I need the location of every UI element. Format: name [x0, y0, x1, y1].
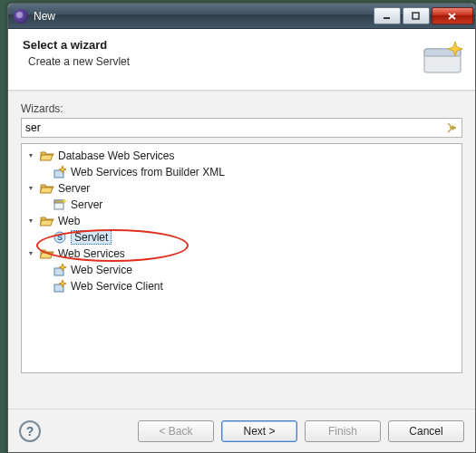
- wizard-tree[interactable]: Database Web ServicesWeb Services from B…: [21, 143, 462, 373]
- tree-item[interactable]: Web Service Client: [22, 278, 461, 294]
- server-icon: [53, 198, 67, 212]
- eclipse-icon: [14, 9, 28, 24]
- svg-rect-1: [413, 13, 419, 19]
- tree-category[interactable]: Web: [22, 213, 461, 229]
- tree-item-label: Web Services: [58, 247, 125, 260]
- dialog-window: New Select a wizard Create a new Servlet…: [7, 3, 476, 453]
- wizard-ws-icon: [53, 263, 67, 277]
- banner-subtitle: Create a new Servlet: [28, 55, 462, 68]
- wizard-ws-icon: [53, 279, 67, 294]
- filter-label: Wizards:: [21, 102, 462, 115]
- tree-item-label: Web: [58, 215, 80, 227]
- help-button[interactable]: ?: [19, 420, 41, 442]
- tree-item[interactable]: SServlet: [22, 229, 461, 246]
- back-button[interactable]: < Back: [138, 420, 214, 442]
- banner-title: Select a wizard: [23, 38, 462, 52]
- tree-item-label: Database Web Services: [58, 149, 175, 162]
- svg-text:S: S: [57, 233, 63, 242]
- expander-icon[interactable]: [27, 216, 38, 226]
- tree-category[interactable]: Database Web Services: [22, 148, 461, 164]
- wizard-body: Wizards: Database Web ServicesWeb Servic…: [8, 91, 475, 409]
- wizard-banner: Select a wizard Create a new Servlet: [8, 29, 475, 91]
- close-button[interactable]: [432, 7, 473, 24]
- tree-item-label: Web Service Client: [71, 280, 163, 293]
- expander-icon[interactable]: [27, 183, 38, 194]
- tree-item-label: Servlet: [71, 230, 112, 245]
- clear-filter-icon[interactable]: [444, 120, 459, 135]
- folder-open-icon: [40, 214, 54, 228]
- tree-category[interactable]: Server: [22, 180, 461, 197]
- expander-icon[interactable]: [27, 150, 38, 161]
- finish-button[interactable]: Finish: [305, 420, 381, 442]
- minimize-button[interactable]: [374, 7, 401, 24]
- folder-open-icon: [40, 181, 54, 196]
- tree-item-label: Server: [58, 182, 90, 195]
- tree-item[interactable]: Web Services from Builder XML: [22, 164, 461, 180]
- tree-item-label: Web Service: [71, 264, 132, 276]
- expander-icon[interactable]: [27, 248, 38, 259]
- filter-input[interactable]: [21, 118, 462, 138]
- tree-item-label: Web Services from Builder XML: [71, 166, 225, 178]
- titlebar[interactable]: New: [8, 4, 475, 29]
- button-bar: ? < Back Next > Finish Cancel: [8, 409, 475, 452]
- window-controls: [372, 7, 473, 24]
- wizard-ws-icon: [53, 165, 67, 179]
- tree-item[interactable]: Web Service: [22, 262, 461, 278]
- servlet-icon: S: [53, 230, 67, 245]
- next-button[interactable]: Next >: [221, 420, 297, 442]
- tree-item[interactable]: Server: [22, 197, 461, 213]
- tree-category[interactable]: Web Services: [22, 246, 461, 262]
- new-wizard-icon: [421, 36, 464, 80]
- tree-item-label: Server: [71, 198, 102, 211]
- maximize-button[interactable]: [403, 7, 430, 24]
- folder-open-icon: [40, 149, 54, 163]
- window-title: New: [34, 10, 372, 23]
- svg-rect-10: [54, 200, 63, 203]
- folder-open-icon: [40, 246, 54, 261]
- cancel-button[interactable]: Cancel: [388, 420, 464, 442]
